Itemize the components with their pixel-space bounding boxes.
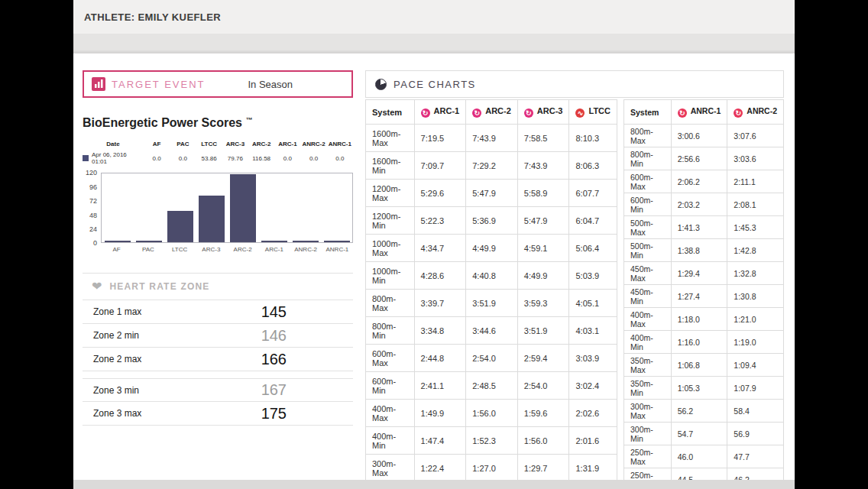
bar: [293, 241, 319, 242]
arc-icon: ↻: [524, 108, 533, 118]
left-column: TARGET EVENT In Season BioEnergetic Powe…: [83, 70, 353, 480]
pace-cell: 1:07.9: [727, 377, 784, 400]
y-tick-label: 0: [93, 239, 97, 247]
pace-cell: 4:05.1: [569, 290, 617, 317]
legend-value: 79.76: [222, 155, 248, 162]
pace-cell: 5:03.9: [569, 262, 617, 290]
row-label-cell: 800m-Max: [624, 125, 672, 147]
row-label-cell: 300m-Min: [624, 423, 672, 445]
table-row: 500m-Max1:41.31:45.3: [624, 216, 784, 239]
report-page: ATHLETE: EMILY KUEFLER TARGET EVENT In S…: [73, 0, 795, 489]
y-tick-label: 120: [86, 169, 97, 176]
pace-cell: 5:29.6: [414, 180, 466, 207]
target-event-value: In Season: [248, 79, 293, 90]
chart-y-axis: 024487296120: [83, 173, 101, 243]
hr-zone-label: Zone 3 max: [93, 408, 141, 419]
pace-cell: 1:59.6: [517, 400, 569, 427]
pace-cell: 2:02.6: [569, 400, 617, 427]
pace-tables: System↻ARC-1↻ARC-2↻ARC-3∿LTCC1600m-Max7:…: [365, 99, 784, 480]
table-header-row: System↻ANRC-1↻ANRC-2: [624, 100, 784, 125]
table-row: 400m-Max1:49.91:56.01:59.62:02.6: [366, 400, 617, 427]
pace-cell: 3:51.9: [517, 317, 569, 345]
table-row: 800m-Min3:34.83:44.63:51.94:03.1: [366, 317, 617, 345]
x-tick-label: ARC-1: [258, 246, 290, 253]
pace-cell: 1:32.8: [727, 262, 784, 285]
table-row: 300m-Max1:22.41:27.01:29.71:31.9: [366, 455, 617, 481]
chart-x-axis: AFPACLTCCARC-3ARC-2ARC-1ANRC-2ANRC-1: [101, 246, 353, 253]
x-tick-label: PAC: [132, 246, 164, 253]
table-row: 300m-Min54.756.9: [624, 423, 784, 445]
pace-cell: 4:59.1: [517, 235, 569, 262]
table-row: 1600m-Max7:19.57:43.97:58.58:10.3: [366, 125, 617, 152]
pace-cell: 1:27.0: [466, 455, 518, 481]
pace-cell: 46.2: [727, 468, 784, 481]
pace-cell: 4:28.6: [414, 262, 466, 290]
row-label-cell: 1600m-Min: [366, 152, 415, 180]
row-label-cell: 250m-Min: [624, 468, 672, 481]
hr-zone-row: Zone 3 max175: [83, 402, 353, 426]
pace-charts-header: PACE CHARTS: [365, 70, 784, 98]
bar: [324, 241, 350, 242]
pace-cell: 2:54.0: [517, 372, 569, 400]
row-label-cell: 500m-Max: [624, 216, 672, 239]
pace-cell: 7:43.9: [466, 125, 518, 152]
row-label-cell: 350m-Max: [624, 354, 672, 377]
pace-cell: 56.2: [671, 400, 727, 423]
table-row: 350m-Min1:05.31:07.9: [624, 377, 784, 400]
x-tick-label: ARC-2: [227, 246, 258, 253]
pace-cell: 5:47.9: [466, 180, 518, 207]
table-row: 400m-Min1:16.01:19.0: [624, 331, 784, 354]
target-event-card[interactable]: TARGET EVENT In Season: [83, 70, 353, 98]
row-label-cell: 800m-Max: [366, 290, 415, 317]
x-tick-label: ANRC-2: [290, 246, 322, 253]
pace-table-aerobic: System↻ARC-1↻ARC-2↻ARC-3∿LTCC1600m-Max7:…: [365, 99, 617, 480]
pace-cell: 1:30.8: [727, 285, 784, 308]
footer-strip: [73, 480, 795, 489]
heart-icon: ❤: [92, 280, 102, 293]
row-label-cell: 450m-Max: [624, 262, 672, 285]
row-label-cell: 500m-Min: [624, 239, 672, 262]
table-row: 600m-Min2:41.12:48.52:54.03:02.4: [366, 372, 617, 400]
pace-cell: 2:41.1: [414, 372, 466, 400]
column-header: ↻ARC-2: [466, 100, 518, 125]
table-row: 1200m-Min5:22.35:36.95:47.96:04.7: [366, 207, 617, 235]
pace-cell: 2:59.4: [517, 345, 569, 372]
bar-column: [258, 173, 290, 242]
x-tick-label: LTCC: [164, 246, 196, 253]
pace-cell: 54.7: [671, 423, 727, 445]
bar-column: [164, 173, 196, 242]
arc-icon: ↻: [472, 108, 481, 118]
pace-cell: 1:09.4: [727, 354, 784, 377]
pace-cell: 4:40.8: [466, 262, 518, 290]
pace-cell: 1:38.8: [671, 239, 727, 262]
anrc-icon: ↻: [678, 108, 687, 118]
hr-zone-label: Zone 2 min: [93, 330, 139, 341]
pace-cell: 3:51.9: [466, 290, 518, 317]
pace-cell: 1:45.3: [727, 216, 784, 239]
legend-series-row: Apr 06, 2016 01:010.00.053.8679.76116.58…: [83, 151, 353, 165]
hr-zone-row: Zone 2 min146: [83, 324, 353, 348]
athlete-header-bar: ATHLETE: EMILY KUEFLER: [73, 0, 795, 34]
legend-column-header: ARC-2: [248, 141, 274, 147]
row-label-cell: 600m-Max: [366, 345, 415, 372]
bar-column: [321, 173, 352, 242]
table-row: 600m-Max2:44.82:54.02:59.43:03.9: [366, 345, 617, 372]
hr-zone-label: Zone 1 max: [93, 306, 141, 317]
row-label-cell: 300m-Max: [624, 400, 672, 423]
row-label-cell: 400m-Min: [624, 331, 672, 354]
bar: [199, 196, 225, 242]
trademark-mark: ™: [245, 116, 252, 124]
table-row: 1000m-Max4:34.74:49.94:59.15:06.4: [366, 235, 617, 262]
legend-value: 53.86: [196, 155, 222, 162]
table-row: 350m-Max1:06.81:09.4: [624, 354, 784, 377]
legend-date-cell: Apr 06, 2016 01:01: [83, 151, 144, 165]
pace-cell: 7:58.5: [517, 125, 569, 152]
table-row: 1200m-Max5:29.65:47.95:58.96:07.7: [366, 180, 617, 207]
row-label-cell: 800m-Min: [624, 147, 672, 170]
heart-rate-zone-title: HEART RATE ZONE: [109, 281, 209, 292]
pace-cell: 3:39.7: [414, 290, 466, 317]
pace-cell: 4:49.9: [466, 235, 518, 262]
chart-plot-area: [101, 173, 353, 243]
table-row: 450m-Min1:27.41:30.8: [624, 285, 784, 308]
x-tick-label: ARC-3: [196, 246, 227, 253]
